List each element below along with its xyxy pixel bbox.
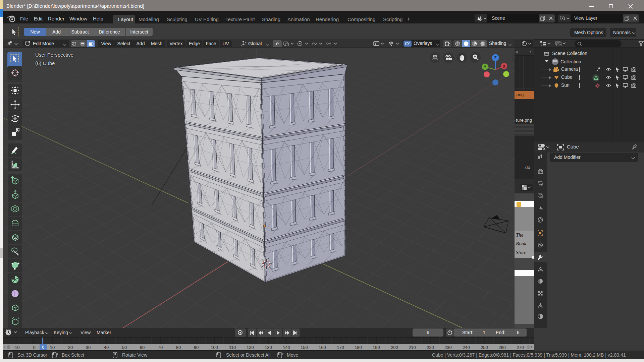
svg-text:Y: Y — [484, 65, 486, 69]
svg-text:X: X — [503, 64, 505, 69]
svg-text:Z: Z — [494, 56, 496, 60]
